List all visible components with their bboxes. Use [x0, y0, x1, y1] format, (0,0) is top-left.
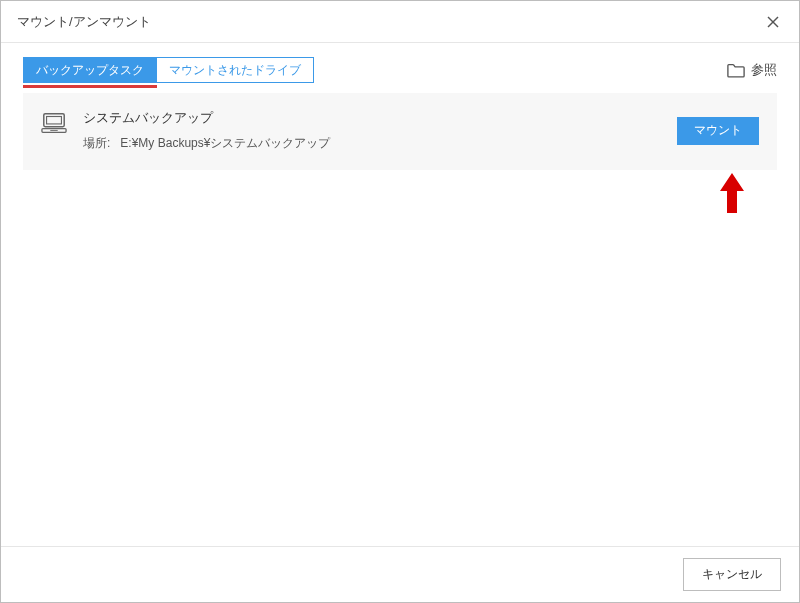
close-icon [767, 16, 779, 28]
backup-task-list: システムバックアップ 場所: E:¥My Backups¥システムバックアップ … [1, 93, 799, 170]
computer-icon [41, 111, 67, 135]
tab-mounted-drives[interactable]: マウントされたドライブ [157, 57, 314, 83]
backup-location-value: E:¥My Backups¥システムバックアップ [120, 136, 330, 150]
toolbar: バックアップタスク マウントされたドライブ 参照 [1, 43, 799, 93]
close-button[interactable] [761, 10, 785, 34]
cancel-button[interactable]: キャンセル [683, 558, 781, 591]
svg-rect-3 [47, 117, 62, 124]
tab-group: バックアップタスク マウントされたドライブ [23, 57, 314, 83]
window-title: マウント/アンマウント [17, 13, 761, 31]
annotation-arrow-icon [720, 173, 744, 213]
mount-button[interactable]: マウント [677, 117, 759, 145]
backup-task-row: システムバックアップ 場所: E:¥My Backups¥システムバックアップ … [23, 93, 777, 170]
tab-backup-tasks-label: バックアップタスク [36, 62, 144, 79]
tab-backup-tasks[interactable]: バックアップタスク [23, 57, 157, 83]
svg-marker-6 [720, 173, 744, 213]
titlebar: マウント/アンマウント [1, 1, 799, 43]
backup-task-name: システムバックアップ [83, 109, 677, 127]
backup-task-location: 場所: E:¥My Backups¥システムバックアップ [83, 135, 677, 152]
backup-task-text: システムバックアップ 場所: E:¥My Backups¥システムバックアップ [83, 109, 677, 152]
folder-icon [727, 63, 745, 78]
browse-button[interactable]: 参照 [727, 61, 777, 79]
browse-label: 参照 [751, 61, 777, 79]
dialog-footer: キャンセル [1, 546, 799, 602]
backup-location-label: 場所: [83, 136, 110, 150]
tab-mounted-drives-label: マウントされたドライブ [169, 62, 301, 79]
